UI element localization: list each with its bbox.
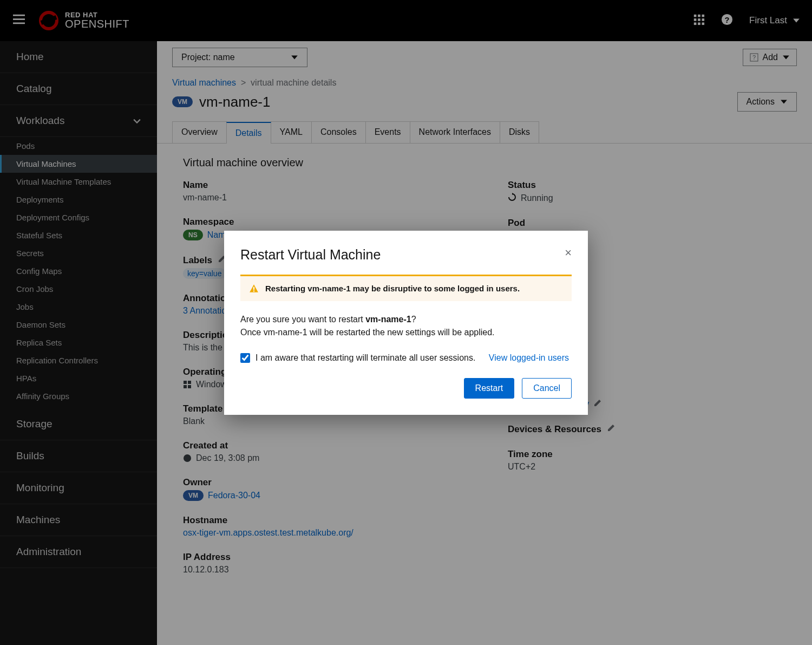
warning-icon (249, 284, 259, 294)
modal-overlay: Restart Virtual Machine × Restarting vm-… (0, 0, 812, 645)
restart-button[interactable]: Restart (464, 378, 515, 399)
restart-modal: Restart Virtual Machine × Restarting vm-… (224, 231, 588, 415)
cancel-button[interactable]: Cancel (522, 378, 572, 399)
close-icon[interactable]: × (565, 247, 572, 259)
confirm-checkbox[interactable] (240, 353, 250, 363)
warning-alert: Restarting vm-name-1 may be disruptive t… (240, 275, 572, 301)
modal-body-line1: Are you sure you want to restart vm-name… (240, 313, 572, 326)
modal-title: Restart Virtual Machine (240, 247, 381, 263)
modal-body-line2: Once vm-name-1 will be restarted the new… (240, 326, 572, 339)
alert-text: Restarting vm-name-1 may be disruptive t… (265, 284, 520, 294)
confirm-text: I am aware that restarting will terminat… (256, 353, 475, 363)
svg-rect-23 (253, 290, 254, 291)
view-logged-in-link[interactable]: View logged-in users (489, 353, 569, 363)
svg-rect-22 (253, 287, 254, 290)
